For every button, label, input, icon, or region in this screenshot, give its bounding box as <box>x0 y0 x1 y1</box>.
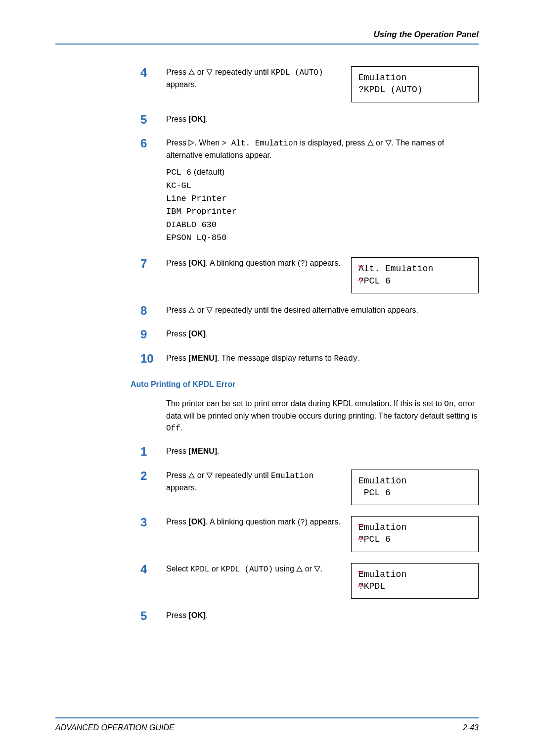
up-triangle-icon <box>367 138 374 149</box>
text: Press <box>166 259 188 267</box>
text: or <box>374 139 385 147</box>
text: . <box>320 565 322 573</box>
key-label: [OK] <box>188 611 206 619</box>
step-number: 10 <box>140 352 166 365</box>
step-number: 5 <box>140 610 166 622</box>
text: . A blinking question mark ( <box>206 518 300 526</box>
text: . A blinking question mark ( <box>206 259 300 267</box>
step-a6: 6 Press . When > Alt. Emulation is displ… <box>140 137 479 246</box>
step-text: Press [MENU]. <box>166 445 479 457</box>
text: Press <box>166 139 188 147</box>
blink-cursor-icon <box>356 522 364 532</box>
svg-line-14 <box>361 524 363 526</box>
step-text: Select KPDL or KPDL (AUTO) using or . <box>166 563 341 575</box>
text: . <box>180 424 182 432</box>
text: appears. <box>166 483 197 492</box>
code-text: KPDL (AUTO) <box>221 565 273 574</box>
step-number: 7 <box>140 257 166 270</box>
down-triangle-icon <box>385 138 392 149</box>
code-text: > Alt. Emulation <box>222 139 298 148</box>
step-number: 8 <box>140 304 166 317</box>
step-text: Press [OK]. <box>166 113 479 125</box>
svg-marker-12 <box>207 473 212 478</box>
svg-line-8 <box>361 279 363 281</box>
lcd-display: Emulation ?KPDL <box>351 563 479 599</box>
step-text: Press or repeatedly until Emulation appe… <box>166 470 341 493</box>
lcd-display: Alt. Emulation ?PCL 6 <box>351 257 479 293</box>
svg-marker-9 <box>189 308 194 313</box>
text: or <box>195 68 206 76</box>
text: repeatedly until the desired alternative… <box>213 306 418 314</box>
svg-marker-1 <box>207 70 212 75</box>
svg-line-21 <box>358 584 360 587</box>
code-text: ? <box>300 259 305 268</box>
text: . When <box>194 139 222 147</box>
up-triangle-icon <box>296 564 303 575</box>
step-b1: 1 Press [MENU]. <box>140 445 479 458</box>
list-item: Line Printer <box>166 192 479 205</box>
list-item: EPSON LQ-850 <box>166 232 479 244</box>
step-text: Press [OK]. <box>166 328 479 339</box>
step-text: Press or repeatedly until KPDL (AUTO) ap… <box>166 66 341 90</box>
text: Press <box>166 471 188 479</box>
svg-line-5 <box>358 265 360 268</box>
svg-line-15 <box>358 537 360 540</box>
text: Press <box>166 306 188 314</box>
lcd-display: Emulation ?PCL 6 <box>351 516 479 552</box>
svg-marker-11 <box>189 473 194 478</box>
text: repeatedly until <box>213 471 270 479</box>
section-heading: Auto Printing of KPDL Error <box>131 380 479 389</box>
text: or <box>303 565 314 573</box>
lcd-line2: PCL 6 <box>358 487 471 499</box>
down-triangle-icon <box>314 564 320 575</box>
step-b5: 5 Press [OK]. <box>140 610 479 622</box>
lcd-line1: Emulation <box>358 475 471 487</box>
step-number: 1 <box>140 445 166 458</box>
blink-cursor-icon <box>356 264 364 274</box>
step-b4: 4 Select KPDL or KPDL (AUTO) using or . … <box>140 563 479 599</box>
key-label: [MENU] <box>188 354 217 362</box>
svg-marker-4 <box>386 141 391 145</box>
lcd-line1: Alt. Emulation <box>358 263 471 275</box>
up-triangle-icon <box>188 470 195 481</box>
svg-marker-17 <box>297 567 302 571</box>
step-a8: 8 Press or repeatedly until the desired … <box>140 304 479 317</box>
text: using <box>273 565 296 573</box>
text: Press <box>166 611 188 619</box>
step-number: 9 <box>140 328 166 341</box>
text: appears. <box>166 80 197 89</box>
text: Press <box>166 447 188 455</box>
text: is displayed, press <box>298 139 367 147</box>
step-text: Press . When > Alt. Emulation is display… <box>166 137 479 246</box>
svg-line-22 <box>361 584 363 587</box>
step-text: Press [OK]. A blinking question mark (?)… <box>166 257 341 270</box>
code-text: Off <box>166 424 180 433</box>
key-label: [OK] <box>188 518 206 526</box>
down-triangle-icon <box>206 67 213 78</box>
svg-line-7 <box>358 279 360 281</box>
page-header-title: Using the Operation Panel <box>55 30 479 40</box>
lcd-display: Emulation PCL 6 <box>351 470 479 506</box>
step-a5: 5 Press [OK]. <box>140 113 479 126</box>
step-a10: 10 Press [MENU]. The message display ret… <box>140 352 479 365</box>
text: or <box>209 565 221 573</box>
up-triangle-icon <box>188 67 195 78</box>
lcd-line2: ?PCL 6 <box>358 533 471 545</box>
text: Press <box>166 518 188 526</box>
svg-line-6 <box>361 265 363 268</box>
step-number: 6 <box>140 137 166 150</box>
right-triangle-icon <box>188 138 194 149</box>
up-triangle-icon <box>188 305 195 316</box>
step-a7: 7 Press [OK]. A blinking question mark (… <box>140 257 479 293</box>
page-footer: ADVANCED OPERATION GUIDE 2-43 <box>55 717 479 732</box>
text: (default) <box>191 167 224 177</box>
text: Press <box>166 330 188 338</box>
step-number: 4 <box>140 563 166 576</box>
lcd-display: Emulation ?KPDL (AUTO) <box>351 66 479 102</box>
text: The printer can be set to print error da… <box>166 399 444 408</box>
lcd-line1: Emulation <box>358 521 471 533</box>
text: Press <box>166 115 188 123</box>
blink-cursor-icon <box>356 569 364 579</box>
down-triangle-icon <box>206 470 213 481</box>
code-text: ? <box>300 518 305 527</box>
